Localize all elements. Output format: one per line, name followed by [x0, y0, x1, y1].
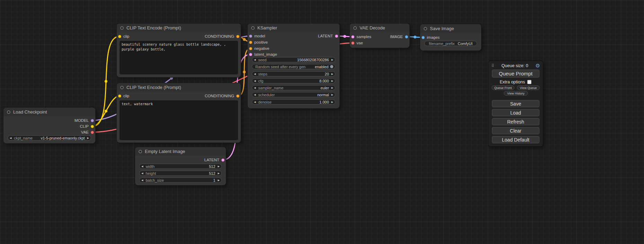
collapse-toggle-icon[interactable]: [139, 150, 142, 153]
load-default-button[interactable]: Load Default: [492, 136, 539, 143]
node-title-bar[interactable]: KSampler: [248, 24, 339, 32]
widget-cfg[interactable]: ◀ cfg 8.000 ▶: [252, 78, 335, 83]
output-port-conditioning[interactable]: [236, 94, 239, 98]
node-title-bar[interactable]: VAE Decode: [350, 24, 409, 32]
widget-scheduler[interactable]: ◀ scheduler normal ▶: [252, 92, 335, 97]
toggle-knob-icon[interactable]: [330, 65, 333, 68]
negative-prompt-textarea[interactable]: text, watermark: [120, 100, 238, 140]
widget-batch-size[interactable]: ◀ batch_size 1 ▶: [139, 178, 222, 183]
increment-arrow-icon[interactable]: ▶: [218, 172, 220, 174]
node-load-checkpoint[interactable]: Load Checkpoint MODEL CLIP VAE ◀ ckpt_na…: [3, 108, 95, 143]
extra-options-checkbox[interactable]: [527, 80, 531, 84]
input-port-clip[interactable]: [118, 35, 121, 38]
collapse-toggle-icon[interactable]: [353, 26, 357, 30]
node-title-bar[interactable]: CLIP Text Encode (Prompt): [117, 83, 241, 92]
node-vae-decode[interactable]: VAE Decode samples IMAGE vae: [350, 24, 409, 48]
node-clip-text-encode-negative[interactable]: CLIP Text Encode (Prompt) clip CONDITION…: [117, 83, 241, 143]
output-port-vae[interactable]: [91, 131, 94, 134]
refresh-button[interactable]: Refresh: [492, 118, 539, 125]
wire-clip-negative-midpoint-dot: [105, 110, 107, 112]
input-label-clip: clip: [123, 94, 129, 98]
widget-value: 8.000: [319, 79, 329, 83]
node-empty-latent-image[interactable]: Empty Latent Image LATENT ◀ width 512 ▶ …: [135, 147, 226, 185]
decrement-arrow-icon[interactable]: ◀: [254, 58, 256, 61]
wire-conditioning-positive-midpoint-dot: [243, 38, 246, 41]
node-title-bar[interactable]: Load Checkpoint: [3, 108, 95, 116]
output-port-conditioning[interactable]: [236, 35, 239, 38]
output-port-model[interactable]: [91, 119, 94, 122]
widget-random-seed-toggle[interactable]: Random seed after every gen enabled: [252, 64, 335, 69]
node-title: VAE Decode: [360, 25, 385, 30]
node-title-bar[interactable]: CLIP Text Encode (Prompt): [117, 24, 241, 32]
decrement-arrow-icon[interactable]: ◀: [141, 165, 143, 168]
output-port-image[interactable]: [405, 35, 408, 38]
node-save-image[interactable]: Save Image images filename_prefix ComfyU…: [420, 24, 481, 51]
decrement-arrow-icon[interactable]: ◀: [141, 172, 143, 174]
node-clip-text-encode-positive[interactable]: CLIP Text Encode (Prompt) clip CONDITION…: [117, 24, 241, 77]
decrement-arrow-icon[interactable]: ◀: [254, 73, 256, 75]
input-row-clip: clip: [117, 93, 129, 98]
input-port-vae[interactable]: [351, 42, 354, 45]
view-history-button[interactable]: View History: [504, 91, 528, 96]
view-queue-button[interactable]: View Queue: [517, 85, 540, 90]
save-button[interactable]: Save: [492, 100, 539, 107]
input-port-images[interactable]: [422, 36, 425, 39]
clear-button[interactable]: Clear: [492, 127, 539, 134]
menu-header: ⠿ Queue size: 0 ⚙: [491, 63, 540, 69]
positive-prompt-textarea[interactable]: beautiful scenery nature glass bottle la…: [120, 41, 238, 74]
node-ksampler[interactable]: KSampler model LATENT positive negative …: [248, 24, 339, 108]
collapse-toggle-icon[interactable]: [424, 27, 427, 30]
output-label-latent: LATENT: [204, 158, 219, 162]
drag-handle-icon[interactable]: ⠿: [491, 63, 494, 68]
collapse-toggle-icon[interactable]: [251, 26, 255, 30]
collapse-toggle-icon[interactable]: [120, 26, 124, 30]
wire-model-midpoint-dot: [170, 77, 173, 80]
widget-sampler-name[interactable]: ◀ sampler_name euler ▶: [252, 85, 335, 90]
input-port-positive[interactable]: [249, 41, 252, 44]
widget-seed[interactable]: ◀ seed 156680208700286 ▶: [252, 57, 335, 62]
widget-filename-prefix[interactable]: filename_prefix ComfyUI: [424, 41, 477, 46]
increment-arrow-icon[interactable]: ▶: [332, 93, 333, 96]
widget-ckpt-name[interactable]: ◀ ckpt_name v1-5-pruned-emaonly.ckpt ▶: [8, 135, 91, 141]
input-port-negative[interactable]: [249, 47, 252, 50]
widget-width[interactable]: ◀ width 512 ▶: [139, 164, 222, 169]
input-port-clip[interactable]: [118, 94, 121, 98]
output-port-clip[interactable]: [91, 125, 94, 128]
wire-image-midpoint-dot: [414, 36, 416, 38]
output-port-latent[interactable]: [335, 35, 338, 38]
collapse-toggle-icon[interactable]: [7, 110, 10, 114]
decrement-arrow-icon[interactable]: ◀: [10, 137, 11, 139]
collapse-toggle-icon[interactable]: [120, 86, 124, 89]
decrement-arrow-icon[interactable]: ◀: [254, 101, 256, 103]
node-graph-canvas[interactable]: Load Checkpoint MODEL CLIP VAE ◀ ckpt_na…: [0, 0, 644, 244]
increment-arrow-icon[interactable]: ▶: [218, 179, 220, 181]
decrement-arrow-icon[interactable]: ◀: [254, 80, 256, 82]
queue-front-button[interactable]: Queue Front: [492, 85, 514, 90]
decrement-arrow-icon[interactable]: ◀: [254, 93, 256, 96]
settings-gear-icon[interactable]: ⚙: [536, 63, 540, 68]
increment-arrow-icon[interactable]: ▶: [218, 165, 220, 168]
node-title: CLIP Text Encode (Prompt): [126, 85, 181, 90]
decrement-arrow-icon[interactable]: ◀: [254, 87, 256, 89]
widget-denoise[interactable]: ◀ denoise 1.000 ▶: [252, 99, 335, 105]
decrement-arrow-icon[interactable]: ◀: [141, 179, 143, 181]
increment-arrow-icon[interactable]: ▶: [332, 87, 333, 89]
input-port-samples[interactable]: [351, 35, 354, 38]
node-title-bar[interactable]: Save Image: [420, 24, 481, 33]
node-title-bar[interactable]: Empty Latent Image: [135, 147, 226, 156]
increment-arrow-icon[interactable]: ▶: [332, 80, 333, 82]
input-row-latent-image: latent_image: [248, 52, 277, 57]
output-row-latent: LATENT: [204, 157, 226, 162]
increment-arrow-icon[interactable]: ▶: [332, 73, 333, 75]
load-button[interactable]: Load: [492, 109, 539, 116]
input-port-latent-image[interactable]: [249, 53, 252, 56]
widget-name: sampler_name: [258, 86, 320, 90]
increment-arrow-icon[interactable]: ▶: [332, 101, 333, 103]
input-port-model[interactable]: [249, 35, 252, 38]
widget-steps[interactable]: ◀ steps 20 ▶: [252, 71, 335, 76]
widget-height[interactable]: ◀ height 512 ▶: [139, 171, 222, 176]
increment-arrow-icon[interactable]: ▶: [332, 58, 333, 61]
output-port-latent[interactable]: [221, 159, 224, 162]
queue-prompt-button[interactable]: Queue Prompt: [492, 70, 539, 78]
increment-arrow-icon[interactable]: ▶: [87, 137, 89, 139]
